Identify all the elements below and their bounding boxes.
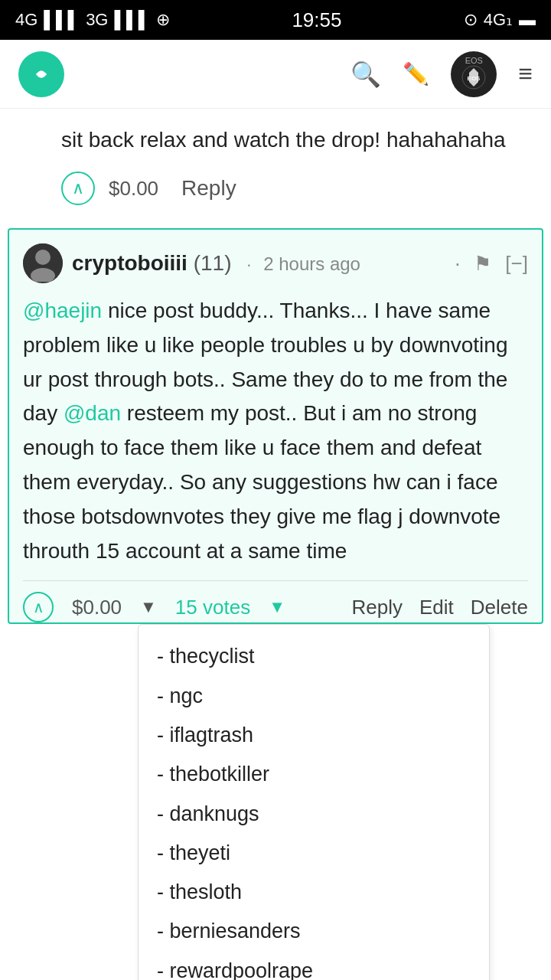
comment-footer: ∧ $0.00 ▼ 15 votes ▼ Reply Edit Delete	[23, 580, 528, 622]
alarm-icon: ⊙	[464, 10, 478, 30]
comment-body: @haejin nice post buddy... Thanks... I h…	[23, 294, 528, 568]
flag-icon[interactable]: ⚑	[474, 252, 491, 276]
avatar-label: EOS EOS	[461, 56, 486, 92]
vote-item[interactable]: - danknugs	[157, 795, 471, 834]
comment-header-actions: · ⚑ [−]	[455, 252, 528, 276]
dot-separator: ·	[455, 252, 460, 276]
prev-upvote-button[interactable]: ∧	[61, 172, 95, 205]
svg-text:EOS: EOS	[468, 75, 481, 82]
menu-icon[interactable]: ≡	[518, 60, 533, 88]
author-name-text: cryptoboiiii	[72, 251, 187, 275]
vote-item[interactable]: - rewardpoolrape	[157, 952, 471, 980]
status-time: 19:55	[292, 8, 341, 32]
search-icon[interactable]: 🔍	[350, 60, 381, 89]
nav-bar: 🔍 ✏️ EOS EOS ≡	[0, 40, 551, 109]
upvote-icon: ∧	[33, 598, 44, 616]
vote-item[interactable]: - ngc	[157, 677, 471, 716]
comment-header: cryptoboiiii (11) · 2 hours ago · ⚑ [−]	[23, 243, 528, 283]
author-avatar[interactable]	[23, 243, 63, 283]
prev-comment-actions: ∧ $0.00 Reply	[0, 164, 551, 220]
author-avatar-icon	[23, 243, 63, 282]
svg-point-1	[38, 70, 45, 77]
mention-haejin[interactable]: @haejin	[23, 299, 102, 322]
signal-bars-3g: ▌▌▌	[114, 10, 150, 30]
comment-text-2: resteem my post.. But i am no strong eno…	[23, 401, 500, 562]
chevron-up-icon: ∧	[72, 178, 84, 198]
status-left: 4G ▌▌▌ 3G ▌▌▌ ⊕	[15, 10, 170, 30]
prev-amount: $0.00	[109, 177, 158, 201]
comment-actions: Reply Edit Delete	[352, 596, 528, 619]
prev-comment-text: sit back relax and watch the drop! hahah…	[0, 109, 551, 164]
author-name-block: cryptoboiiii (11) · 2 hours ago	[72, 251, 360, 276]
battery-icon: ▬	[519, 10, 536, 30]
author-username[interactable]: cryptoboiiii (11)	[72, 251, 237, 275]
collapse-icon[interactable]: [−]	[505, 252, 528, 276]
signal-bars-4g: ▌▌▌	[44, 10, 80, 30]
amount-dropdown-icon[interactable]: ▼	[140, 597, 157, 617]
votes-dropdown-icon[interactable]: ▼	[269, 597, 285, 617]
comment-upvote-button[interactable]: ∧	[23, 592, 54, 622]
votes-count[interactable]: 15 votes	[175, 596, 250, 619]
app-logo[interactable]	[18, 51, 64, 97]
whatsapp-icon: ⊕	[156, 10, 170, 30]
comment-time: 2 hours ago	[263, 253, 360, 274]
signal-4g: 4G	[15, 10, 37, 30]
comment-card: cryptoboiiii (11) · 2 hours ago · ⚑ [−] …	[8, 228, 543, 624]
signal-3g: 3G	[86, 10, 108, 30]
eos-logo-icon: EOS	[461, 65, 486, 90]
vote-item[interactable]: - thesloth	[157, 873, 471, 912]
author-rep: (11)	[194, 251, 232, 275]
comment-amount: $0.00	[72, 596, 122, 619]
network-label: 4G₁	[484, 10, 513, 30]
author-info: cryptoboiiii (11) · 2 hours ago	[23, 243, 360, 283]
edit-icon[interactable]: ✏️	[403, 61, 429, 87]
vote-item[interactable]: - berniesanders	[157, 912, 471, 951]
votes-dropdown: - thecyclist- ngc- iflagtrash- thebotkil…	[138, 624, 490, 980]
logo-icon	[28, 60, 55, 88]
edit-button[interactable]: Edit	[419, 596, 454, 619]
avatar-initials	[23, 243, 63, 283]
reply-button[interactable]: Reply	[352, 596, 403, 619]
status-right: ⊙ 4G₁ ▬	[464, 10, 536, 30]
prev-comment-body: sit back relax and watch the drop! hahah…	[61, 128, 506, 152]
svg-point-5	[35, 250, 51, 265]
delete-button[interactable]: Delete	[471, 596, 528, 619]
vote-item[interactable]: - iflagtrash	[157, 716, 471, 755]
mention-dan[interactable]: @dan	[64, 401, 121, 425]
status-bar: 4G ▌▌▌ 3G ▌▌▌ ⊕ 19:55 ⊙ 4G₁ ▬	[0, 0, 551, 40]
vote-item[interactable]: - theyeti	[157, 834, 471, 873]
nav-right: 🔍 ✏️ EOS EOS ≡	[350, 51, 533, 97]
vote-item[interactable]: - thecyclist	[157, 637, 471, 676]
prev-reply-button[interactable]: Reply	[181, 176, 236, 201]
user-avatar[interactable]: EOS EOS	[451, 51, 497, 97]
vote-item[interactable]: - thebotkiller	[157, 755, 471, 794]
